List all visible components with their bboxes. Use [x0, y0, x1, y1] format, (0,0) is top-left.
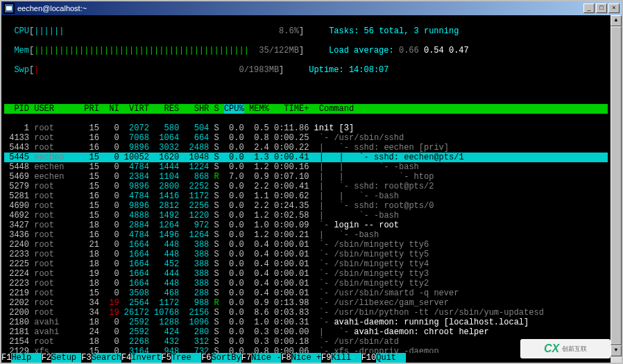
process-row[interactable]: 2181 avahi 24 0 2592 424 280 S 0.0 0.3 0…	[4, 327, 608, 337]
fkey[interactable]: F9	[321, 353, 331, 363]
fkey-label[interactable]: Nice -	[251, 353, 281, 363]
fkey-label[interactable]: SortBy	[212, 353, 241, 363]
process-row[interactable]: 4690 root 15 0 9896 2812 2256 S 0.0 2.2 …	[4, 201, 608, 211]
fkey[interactable]: F7	[241, 353, 251, 363]
mem-meter: Mem[||||||||||||||||||||||||||||||||||||…	[4, 46, 608, 55]
process-row[interactable]: 2224 root 19 0 1664 444 388 S 0.0 0.4 0:…	[4, 269, 608, 279]
fkey-label[interactable]: Search	[92, 353, 121, 363]
process-row[interactable]: 3427 root 18 0 2884 1264 972 S 0.0 1.0 0…	[4, 220, 608, 230]
process-row[interactable]: 2233 root 18 0 1664 448 388 S 0.0 0.4 0:…	[4, 250, 608, 259]
process-row[interactable]: 4133 root 16 0 7068 1064 664 S 0.0 0.8 0…	[4, 133, 608, 143]
process-row[interactable]: 2202 root 34 19 2564 1172 988 R 0.0 0.9 …	[4, 298, 608, 308]
process-row[interactable]: 5445 eechen 15 0 10052 1620 1048 S 0.0 1…	[4, 153, 608, 162]
process-row[interactable]: 2225 root 18 0 1664 452 388 S 0.0 0.4 0:…	[4, 259, 608, 269]
fkey-label[interactable]: Help	[11, 353, 41, 363]
process-row[interactable]: 2223 root 18 0 1664 448 388 S 0.0 0.4 0:…	[4, 279, 608, 288]
fkey[interactable]: F4	[121, 353, 131, 363]
fkey[interactable]: F5	[162, 353, 171, 363]
terminal-window: eechen@localhost:~ _ □ × CPU[|||||| 8.6%…	[0, 0, 623, 364]
maximize-button[interactable]: □	[596, 3, 607, 13]
process-row[interactable]: 2200 root 34 19 26172 10768 2156 S 0.0 8…	[4, 308, 608, 318]
process-row[interactable]: 2180 avahi 18 0 2592 1288 1096 S 0.0 1.0…	[4, 318, 608, 327]
process-row[interactable]: 5448 eechen 15 0 4784 1444 1224 S 0.0 1.…	[4, 162, 608, 172]
process-row[interactable]: 5281 root 16 0 4784 1416 1172 S 0.0 1.1 …	[4, 191, 608, 201]
process-row[interactable]: 2219 root 15 0 3508 468 288 S 0.0 0.4 0:…	[4, 288, 608, 298]
fkey-label[interactable]: Kill	[331, 353, 361, 363]
svg-rect-2	[6, 6, 12, 10]
process-row[interactable]: 2240 root 21 0 1664 448 388 S 0.0 0.4 0:…	[4, 240, 608, 250]
fkey[interactable]: F2	[42, 353, 51, 363]
cpu-meter: CPU[|||||| 8.6%] Tasks: 56 total, 3 runn…	[4, 26, 608, 36]
fkey[interactable]: F1	[1, 353, 11, 363]
fkey-label[interactable]: Setup	[51, 353, 81, 363]
process-row[interactable]: 5443 root 16 0 9896 3032 2488 S 0.0 2.4 …	[4, 143, 608, 153]
tasks-label: Tasks: 56 total, 3 running	[329, 26, 459, 36]
window-title: eechen@localhost:~	[17, 4, 583, 12]
scrollbar[interactable]: ▲ ▼	[611, 15, 622, 363]
fkey[interactable]: F3	[81, 353, 91, 363]
column-header[interactable]: PID USER PRI NI VIRT RES SHR S CPU% MEM%…	[4, 104, 608, 114]
process-row[interactable]: 3436 root 16 0 4784 1496 1264 S 0.0 1.2 …	[4, 230, 608, 240]
scroll-thumb[interactable]	[611, 26, 622, 345]
fkey[interactable]: F10	[361, 353, 377, 363]
process-row[interactable]: 2154 root 18 0 2268 432 312 S 0.0 0.3 0:…	[4, 337, 608, 347]
titlebar[interactable]: eechen@localhost:~ _ □ ×	[1, 1, 622, 15]
scroll-down-button[interactable]: ▼	[611, 345, 622, 356]
fkey[interactable]: F8	[281, 353, 291, 363]
app-icon	[3, 3, 15, 14]
fkey-label[interactable]: Invert	[131, 353, 161, 363]
terminal-viewport[interactable]: CPU[|||||| 8.6%] Tasks: 56 total, 3 runn…	[1, 15, 611, 363]
minimize-button[interactable]: _	[583, 3, 595, 13]
process-row[interactable]: 5469 eechen 15 0 2384 1104 868 R 7.0 0.9…	[4, 172, 608, 182]
scroll-up-button[interactable]: ▲	[611, 15, 622, 26]
process-row[interactable]: 5279 root 15 0 9896 2800 2252 S 0.0 2.2 …	[4, 182, 608, 191]
fkey-label[interactable]: Quit	[376, 353, 406, 363]
uptime-label: Uptime: 14:08:07	[309, 65, 389, 75]
process-row[interactable]: 1 root 15 0 2072 580 504 S 0.0 0.5 0:11.…	[4, 123, 608, 133]
swp-meter: Swp[| 0/1983MB] Uptime: 14:08:07	[4, 65, 608, 75]
fkey-label[interactable]: Tree	[171, 353, 201, 363]
close-button[interactable]: ×	[608, 3, 620, 13]
fkey[interactable]: F6	[201, 353, 211, 363]
function-keys: F1Help F2Setup F3SearchF4InvertF5Tree F6…	[1, 353, 611, 363]
process-row[interactable]: 4692 root 15 0 4888 1492 1220 S 0.0 1.2 …	[4, 211, 608, 220]
fkey-label[interactable]: Nice +	[291, 353, 321, 363]
watermark: CX 创新互联	[520, 339, 611, 358]
